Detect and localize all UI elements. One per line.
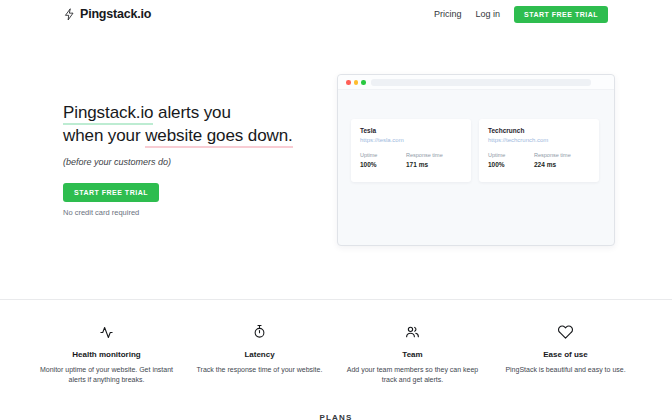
hero-heading: Pingstack.io alerts you when your websit… <box>63 101 333 147</box>
plans-section-label: PLANS <box>0 413 672 420</box>
feature-team: Team Add your team members so they can k… <box>337 322 488 385</box>
uptime-stat: Uptime 100% <box>360 152 406 168</box>
traffic-light-zoom-icon <box>361 80 366 85</box>
feature-description: Track the response time of your website. <box>186 365 333 375</box>
main-nav: Pricing Log in START FREE TRIAL <box>434 6 608 23</box>
feature-title: Team <box>339 350 486 359</box>
brand-logo[interactable]: Pingstack.io <box>63 7 151 21</box>
nav-link-login[interactable]: Log in <box>475 9 500 19</box>
response-time-stat: Response time 171 ms <box>406 152 452 168</box>
hero-heading-line2-prefix: when your <box>63 126 145 145</box>
site-card-tesla: Tesla https://tesla.com Uptime 100% Resp… <box>351 119 471 182</box>
hero-subheading: (before your customers do) <box>63 157 333 167</box>
traffic-light-close-icon <box>346 80 351 85</box>
response-time-stat: Response time 224 ms <box>534 152 580 168</box>
response-time-value: 171 ms <box>406 161 452 168</box>
header: Pingstack.io Pricing Log in START FREE T… <box>0 0 672 28</box>
site-card-techcrunch: Techcrunch https://techcrunch.com Uptime… <box>479 119 599 182</box>
landing-page: Pingstack.io Pricing Log in START FREE T… <box>0 0 672 420</box>
browser-mockup: Tesla https://tesla.com Uptime 100% Resp… <box>337 74 615 246</box>
uptime-label: Uptime <box>488 152 534 158</box>
uptime-value: 100% <box>488 161 534 168</box>
hero-section: Pingstack.io alerts you when your websit… <box>63 101 333 217</box>
hero-start-free-trial-button[interactable]: START FREE TRIAL <box>63 183 159 202</box>
response-time-value: 224 ms <box>534 161 580 168</box>
brand-name: Pingstack.io <box>80 7 151 21</box>
nav-start-free-trial-button[interactable]: START FREE TRIAL <box>514 6 608 23</box>
hero-heading-line1-rest: alerts you <box>153 103 230 122</box>
feature-latency: Latency Track the response time of your … <box>184 322 335 385</box>
feature-title: Latency <box>186 350 333 359</box>
team-icon <box>339 322 486 340</box>
heart-icon <box>492 322 639 340</box>
feature-title: Health monitoring <box>33 350 180 359</box>
lightning-bolt-icon <box>63 8 76 21</box>
browser-address-bar <box>371 79 591 86</box>
feature-health-monitoring: Health monitoring Monitor uptime of your… <box>31 322 182 385</box>
site-name: Tesla <box>360 127 462 134</box>
feature-title: Ease of use <box>492 350 639 359</box>
traffic-lights <box>346 80 366 85</box>
feature-description: Monitor uptime of your website. Get inst… <box>33 365 180 385</box>
uptime-label: Uptime <box>360 152 406 158</box>
feature-description: PingStack is beautiful and easy to use. <box>492 365 639 375</box>
uptime-value: 100% <box>360 161 406 168</box>
site-url: https://tesla.com <box>360 137 462 143</box>
site-stats: Uptime 100% Response time 224 ms <box>488 152 590 168</box>
traffic-light-minimize-icon <box>354 80 359 85</box>
uptime-stat: Uptime 100% <box>488 152 534 168</box>
pulse-icon <box>33 322 180 340</box>
feature-description: Add your team members so they can keep t… <box>339 365 486 385</box>
site-url: https://techcrunch.com <box>488 137 590 143</box>
browser-body: Tesla https://tesla.com Uptime 100% Resp… <box>338 90 614 246</box>
features-section: Health monitoring Monitor uptime of your… <box>31 322 641 385</box>
response-time-label: Response time <box>534 152 580 158</box>
nav-link-pricing[interactable]: Pricing <box>434 9 462 19</box>
site-stats: Uptime 100% Response time 171 ms <box>360 152 462 168</box>
site-name: Techcrunch <box>488 127 590 134</box>
hero-heading-highlight-down: website goes down. <box>145 126 293 148</box>
section-divider <box>0 299 672 300</box>
hero-heading-highlight-brand: Pingstack.io <box>63 103 153 125</box>
stopwatch-icon <box>186 322 333 340</box>
hero-cta-note: No credit card required <box>63 208 333 217</box>
response-time-label: Response time <box>406 152 452 158</box>
browser-titlebar <box>338 75 614 90</box>
feature-ease-of-use: Ease of use PingStack is beautiful and e… <box>490 322 641 385</box>
